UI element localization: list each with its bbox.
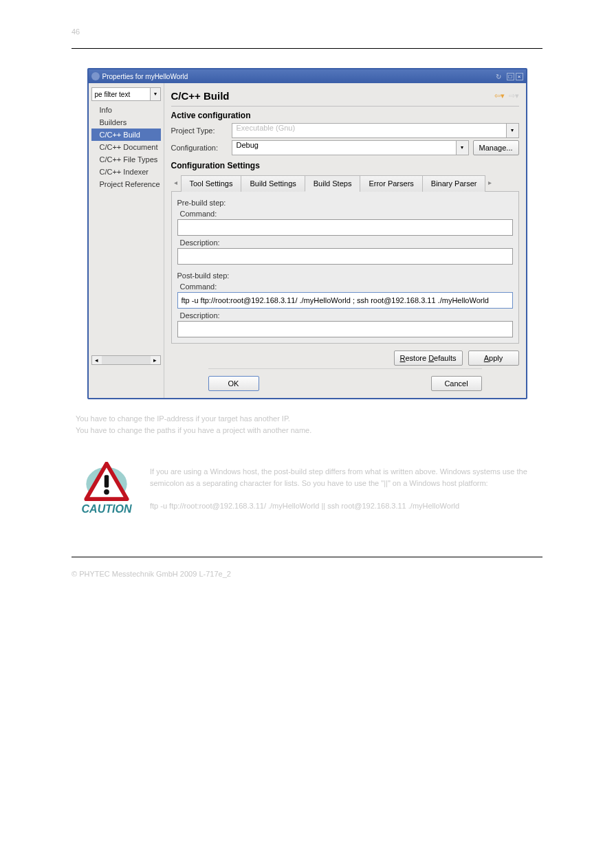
tree-item-ccpp-filetypes[interactable]: C/C++ File Types	[91, 153, 161, 166]
tree-item-builders[interactable]: Builders	[91, 116, 161, 129]
tree-item-ccpp-indexer[interactable]: C/C++ Indexer	[91, 166, 161, 178]
close-button[interactable]: ×	[516, 73, 523, 80]
footer-copy: © PHYTEC Messtechnik GmbH 2009 L-717e_2	[72, 570, 231, 578]
svg-rect-2	[105, 475, 109, 487]
caution-text: If you are using a Windows host, the pos…	[150, 462, 538, 511]
warning-icon	[84, 462, 129, 502]
apply-button[interactable]: Apply	[468, 350, 519, 366]
page-footer: © PHYTEC Messtechnik GmbH 2009 L-717e_2	[72, 570, 542, 578]
filter-dropdown[interactable]: ▾	[151, 87, 161, 101]
tab-binary-parser[interactable]: Binary Parser	[422, 175, 486, 192]
restore-defaults-button[interactable]: Restore Defaults	[394, 350, 463, 366]
configuration-label: Configuration:	[171, 144, 228, 152]
tab-build-settings[interactable]: Build Settings	[241, 175, 305, 192]
minimize-button[interactable]: □	[507, 73, 514, 80]
page-header: 46	[72, 27, 542, 36]
post-description-input[interactable]	[177, 321, 513, 337]
panel-title: C/C++ Build	[171, 90, 230, 102]
tree: Info Builders C/C++ Build C/C++ Document…	[91, 104, 161, 190]
caution-label: CAUTION	[82, 503, 132, 515]
pre-build-label: Pre-build step:	[177, 199, 513, 207]
post-command-label: Command:	[180, 282, 513, 291]
cancel-button[interactable]: Cancel	[431, 376, 482, 391]
tab-error-parsers[interactable]: Error Parsers	[360, 175, 422, 192]
pre-description-label: Description:	[180, 238, 513, 247]
tree-item-ccpp-document[interactable]: C/C++ Document	[91, 141, 161, 153]
tree-item-info[interactable]: Info	[91, 104, 161, 116]
post-description-label: Description:	[180, 311, 513, 320]
eclipse-icon	[91, 72, 100, 80]
tree-item-project-reference[interactable]: Project Reference	[91, 178, 161, 190]
tab-body: Pre-build step: Command: Description: Po…	[171, 192, 519, 344]
tab-build-steps[interactable]: Build Steps	[305, 175, 361, 192]
caution-block: CAUTION If you are using a Windows host,…	[76, 462, 538, 515]
chevron-down-icon[interactable]: ▾	[507, 123, 519, 138]
window-title: Properties for myHelloWorld	[102, 73, 188, 80]
filter-input[interactable]	[91, 87, 151, 101]
config-settings-heading: Configuration Settings	[171, 161, 519, 170]
project-type-label: Project Type:	[171, 126, 228, 135]
post-build-label: Post-build step:	[177, 271, 513, 280]
active-config-heading: Active configuration	[171, 111, 519, 120]
pre-description-input[interactable]	[177, 248, 513, 265]
svg-point-3	[104, 489, 109, 495]
reload-icon[interactable]: ↻	[496, 73, 501, 80]
manage-button[interactable]: Manage...	[473, 140, 519, 155]
ok-button[interactable]: OK	[208, 376, 259, 391]
tab-tool-settings[interactable]: Tool Settings	[181, 175, 242, 192]
post-command-input[interactable]	[177, 292, 513, 309]
tabs: ◂ Tool Settings Build Settings Build Ste…	[171, 175, 519, 192]
tab-scroll-left-icon[interactable]: ◂	[171, 175, 181, 191]
back-icon[interactable]: ⇦▾	[494, 91, 505, 100]
properties-dialog: Properties for myHelloWorld ↻ □ × ▾ Info…	[87, 68, 527, 399]
sidebar-scrollbar[interactable]: ◂ ▸	[91, 355, 161, 365]
body-text: You have to change the IP-address if you…	[76, 413, 538, 436]
page-num: 46	[72, 27, 80, 36]
pre-command-label: Command:	[180, 210, 513, 218]
sidebar: ▾ Info Builders C/C++ Build C/C++ Docume…	[89, 83, 164, 398]
configuration-combo[interactable]: Debug	[232, 140, 457, 155]
tree-item-ccpp-build[interactable]: C/C++ Build	[91, 129, 161, 141]
project-type-combo[interactable]: Executable (Gnu)	[232, 123, 507, 138]
pre-command-input[interactable]	[177, 219, 513, 236]
scroll-left-icon[interactable]: ◂	[92, 356, 102, 364]
scroll-right-icon[interactable]: ▸	[151, 356, 160, 364]
tab-scroll-right-icon[interactable]: ▸	[485, 175, 494, 191]
main-panel: C/C++ Build ⇦▾ ⇨▾ Active configuration P…	[164, 83, 526, 398]
forward-icon[interactable]: ⇨▾	[509, 91, 519, 100]
chevron-down-icon[interactable]: ▾	[457, 140, 469, 155]
titlebar: Properties for myHelloWorld ↻ □ ×	[89, 69, 526, 83]
scroll-thumb[interactable]	[102, 356, 151, 364]
